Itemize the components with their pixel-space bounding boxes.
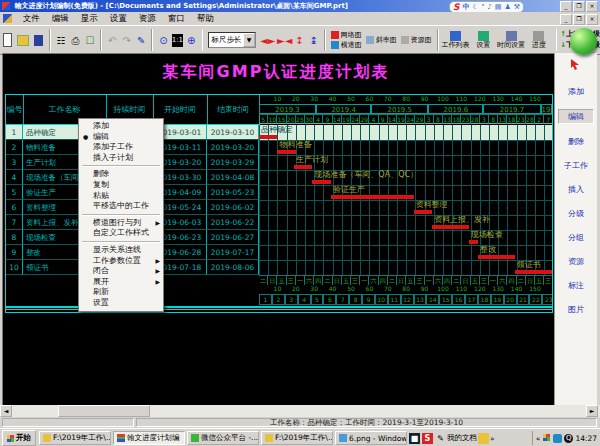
redo-icon[interactable]: ↷ bbox=[120, 32, 133, 49]
context-menu-item-7[interactable]: 粘贴 bbox=[79, 191, 163, 202]
gantt-bar[interactable] bbox=[312, 180, 330, 184]
network-view-button[interactable]: 网络图 bbox=[329, 30, 364, 40]
gantt-bar[interactable] bbox=[331, 195, 414, 199]
context-menu-item-14[interactable]: 工作参数位置▶ bbox=[79, 256, 163, 267]
gantt-row[interactable]: 验证生产 bbox=[259, 185, 552, 201]
task-cell[interactable]: 2019-03-20 bbox=[207, 140, 259, 155]
shrink-scale-icon[interactable]: ►◄ bbox=[276, 32, 291, 49]
task-cell[interactable]: 2 bbox=[6, 140, 23, 155]
gantt-row[interactable]: 现场检查 bbox=[259, 230, 552, 246]
row-height-down-icon[interactable]: ↨ bbox=[307, 32, 320, 49]
gantt-row[interactable]: 品种确定 bbox=[259, 125, 552, 141]
task-cell[interactable]: 2019-07-17 bbox=[207, 245, 259, 260]
minimize-button[interactable]: _ bbox=[560, 1, 572, 12]
menu-5[interactable]: 窗口 bbox=[162, 12, 191, 25]
task-cell[interactable]: 6 bbox=[6, 200, 23, 215]
pen-icon[interactable]: ✎ bbox=[435, 433, 446, 444]
gantt-bar[interactable] bbox=[277, 150, 295, 154]
task-cell[interactable]: 2019-05-23 bbox=[207, 185, 259, 200]
task-cell[interactable]: 2019-06-02 bbox=[207, 200, 259, 215]
dropdown-arrow-icon[interactable]: ▼ bbox=[243, 33, 255, 47]
sidebar-button-4[interactable]: 插入 bbox=[559, 183, 593, 196]
zoom-in-icon[interactable]: ⊕ bbox=[185, 32, 198, 49]
task-cell[interactable]: 5 bbox=[6, 185, 23, 200]
quote-icon[interactable]: ’ bbox=[482, 3, 485, 12]
progress-button[interactable]: 进度 bbox=[525, 31, 552, 50]
task-cell[interactable]: 7 bbox=[6, 215, 23, 230]
time-settings-button[interactable]: 时间设置 bbox=[497, 31, 525, 50]
gantt-bar[interactable] bbox=[432, 225, 469, 229]
resource-view-button[interactable]: 资源图 bbox=[399, 35, 434, 45]
export-icon[interactable]: ☐ bbox=[84, 32, 97, 49]
context-menu-item-18[interactable]: 设置 bbox=[79, 298, 163, 309]
scrollbar-thumb[interactable] bbox=[58, 405, 150, 417]
menu-2[interactable]: 显示 bbox=[75, 12, 104, 25]
context-menu-item-13[interactable]: 显示关系连线 bbox=[79, 245, 163, 256]
undo-icon[interactable]: ↶ bbox=[106, 32, 119, 49]
task-cell[interactable]: 2019-06-27 bbox=[207, 230, 259, 245]
sidebar-button-1[interactable]: 编辑 bbox=[558, 109, 594, 124]
moon-icon[interactable]: ☾ bbox=[472, 3, 478, 12]
gantt-row[interactable]: 领证书 bbox=[259, 260, 552, 276]
gantt-row[interactable]: 生产计划 bbox=[259, 155, 552, 171]
keyboard-icon[interactable]: ▤ bbox=[495, 3, 502, 12]
gantt-row[interactable]: 现场准备（车间、QA、QC） bbox=[259, 170, 552, 186]
context-menu-item-8[interactable]: 平移选中的工作 bbox=[79, 201, 163, 212]
sogou-s-icon[interactable]: S bbox=[453, 3, 459, 12]
pen-icon[interactable]: ✎ bbox=[135, 32, 148, 49]
menu-3[interactable]: 设置 bbox=[104, 12, 133, 25]
qq-penguin-icon[interactable]: Q bbox=[564, 434, 573, 443]
taskbar-item-1[interactable]: 翰文进度计划编 bbox=[113, 431, 185, 445]
user-icon[interactable]: ♟ bbox=[504, 3, 510, 12]
gantt-row[interactable]: 整改 bbox=[259, 245, 552, 261]
context-menu-item-6[interactable]: 复制 bbox=[79, 180, 163, 191]
task-cell[interactable]: 2019-08-06 bbox=[207, 260, 259, 275]
sidebar-button-8[interactable]: 标注 bbox=[559, 279, 593, 292]
taskbar-item-4[interactable]: 6.png - Window... bbox=[335, 431, 407, 445]
sidebar-button-2[interactable]: 删除 bbox=[559, 135, 593, 148]
context-menu-item-16[interactable]: 展开▶ bbox=[79, 277, 163, 288]
my-documents-shortcut[interactable]: 我的文档 bbox=[447, 433, 477, 443]
menu-6[interactable]: 帮助 bbox=[191, 12, 220, 25]
gantt-bar[interactable] bbox=[414, 210, 432, 214]
taskbar-item-3[interactable]: F:\2019年工作\... bbox=[261, 431, 333, 445]
floating-assistant-ball[interactable] bbox=[570, 28, 597, 55]
gantt-bar[interactable] bbox=[478, 255, 515, 259]
new-file-icon[interactable] bbox=[3, 33, 12, 47]
chinese-mode-icon[interactable]: 中 bbox=[462, 3, 469, 12]
print-icon[interactable]: ⎙ bbox=[69, 32, 82, 49]
sidebar-button-9[interactable]: 图片 bbox=[559, 303, 593, 316]
task-cell[interactable]: 2019-06-22 bbox=[207, 215, 259, 230]
task-cell[interactable]: 10 bbox=[6, 260, 23, 275]
task-list-button[interactable]: 工作列表 bbox=[442, 31, 470, 50]
menu-4[interactable]: 资源 bbox=[133, 12, 162, 25]
context-menu-item-0[interactable]: 添加 bbox=[79, 121, 163, 132]
gantt-view-button[interactable]: 横道图 bbox=[329, 40, 364, 50]
slope-view-button[interactable]: 斜率图 bbox=[364, 35, 399, 45]
menu-1[interactable]: 编辑 bbox=[46, 12, 75, 25]
gantt-row[interactable]: 资料整理 bbox=[259, 200, 552, 216]
scroll-left-icon[interactable]: ◄ bbox=[0, 405, 12, 417]
scroll-right-icon[interactable]: ► bbox=[586, 405, 598, 417]
gantt-bar[interactable] bbox=[469, 240, 478, 244]
ruler-step-dropdown[interactable]: 标尺步长 ▼ bbox=[208, 32, 256, 48]
notes-icon[interactable] bbox=[478, 433, 489, 444]
gantt-bar[interactable] bbox=[515, 270, 552, 274]
gantt-bar[interactable] bbox=[294, 165, 312, 169]
save-icon[interactable] bbox=[34, 35, 43, 46]
child-minimize-button[interactable]: _ bbox=[560, 14, 572, 25]
sidebar-button-5[interactable]: 分级 bbox=[559, 207, 593, 220]
context-menu-item-1[interactable]: 编辑● bbox=[79, 132, 163, 143]
context-menu-item-3[interactable]: 插入子计划 bbox=[79, 153, 163, 164]
open-file-icon[interactable] bbox=[17, 35, 29, 46]
context-menu-item-11[interactable]: 自定义工作样式 bbox=[79, 228, 163, 239]
horizontal-scrollbar[interactable]: ◄ ► bbox=[0, 405, 600, 417]
context-menu-item-17[interactable]: 刷新 bbox=[79, 287, 163, 298]
zoom-out-icon[interactable]: ⊙ bbox=[157, 32, 170, 49]
task-cell[interactable]: 9 bbox=[6, 245, 23, 260]
settings-button[interactable]: 设置 bbox=[470, 31, 497, 50]
task-cell[interactable]: 4 bbox=[6, 170, 23, 185]
sidebar-button-3[interactable]: 子工作 bbox=[559, 159, 593, 172]
sidebar-button-7[interactable]: 资源 bbox=[559, 255, 593, 268]
gantt-bar[interactable] bbox=[259, 135, 277, 139]
